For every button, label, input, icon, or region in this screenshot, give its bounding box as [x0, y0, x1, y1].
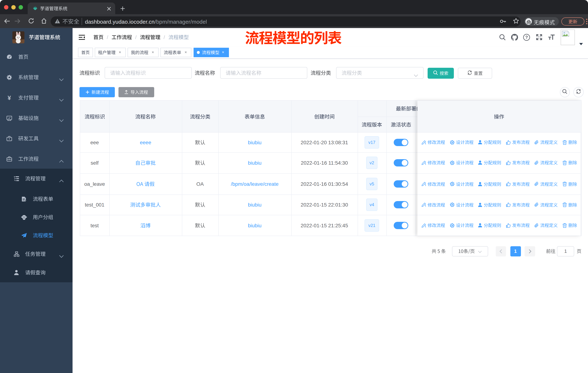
svg-text:?: ? [525, 35, 528, 40]
svg-text:¥: ¥ [8, 95, 11, 100]
